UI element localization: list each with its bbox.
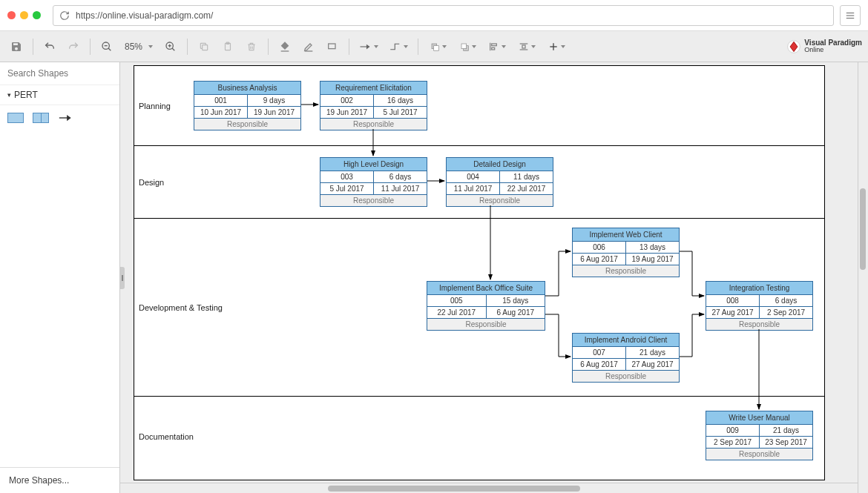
shape-palette [0,105,119,130]
line-color-button[interactable] [298,36,319,57]
task-start: 2 Sep 2017 [706,437,760,449]
horizontal-scroll-thumb[interactable] [328,486,580,492]
pert-task-shape[interactable] [7,113,24,123]
connector-style-button[interactable] [355,36,382,57]
to-back-button[interactable] [454,36,481,57]
lane-label: Development & Testing [139,303,223,312]
task-id: 004 [447,171,500,183]
task-high-level-design[interactable]: High Level Design 0036 days 5 Jul 201711… [320,157,427,207]
reload-icon[interactable] [59,10,70,21]
task-responsible: Responsible [320,195,427,206]
task-duration: 15 days [487,295,545,307]
task-start: 22 Jul 2017 [427,307,487,319]
paste-button[interactable] [217,36,238,57]
fill-color-button[interactable] [274,36,295,57]
separator [90,39,91,55]
pert-task-split-shape[interactable] [33,113,49,123]
vertical-scroll-thumb[interactable] [860,188,866,270]
close-window-icon[interactable] [7,11,16,19]
window-traffic-lights [7,11,41,19]
shadow-button[interactable] [322,36,343,57]
maximize-window-icon[interactable] [33,11,41,19]
add-button[interactable] [543,36,570,57]
delete-button[interactable] [241,36,262,57]
task-business-analysis[interactable]: Business Analysis 0019 days 10 Jun 20171… [194,81,301,130]
to-front-button[interactable] [424,36,451,57]
zoom-in-button[interactable] [160,36,181,57]
task-end: 11 Jul 2017 [374,183,427,195]
task-implement-android-client[interactable]: Implement Android Client 00721 days 6 Au… [572,333,680,383]
separator [418,39,418,55]
task-title: Requirement Elicitation [320,82,427,95]
section-label: PERT [14,90,38,100]
search-shapes[interactable] [0,62,119,85]
task-id: 008 [706,295,760,307]
task-end: 5 Jul 2017 [374,107,427,119]
sidebar-section-pert[interactable]: ▾ PERT [0,85,119,105]
task-requirement-elicitation[interactable]: Requirement Elicitation 00216 days 19 Ju… [320,81,427,130]
svg-rect-14 [305,50,313,51]
task-duration: 21 days [760,425,812,437]
svg-rect-23 [492,47,495,50]
svg-line-9 [172,48,174,50]
canvas[interactable]: Planning Design Development & Testing Do… [120,62,858,483]
task-responsible: Responsible [447,195,553,206]
chevron-down-icon: ▾ [7,91,11,99]
horizontal-scrollbar[interactable] [120,483,858,493]
task-detailed-design[interactable]: Detailed Design 00411 days 11 Jul 201722… [446,157,553,207]
brand-logo-icon [786,39,801,54]
pencil-icon [303,41,315,53]
search-input[interactable] [7,68,119,79]
brand: Visual Paradigm Online [786,39,862,54]
waypoint-style-button[interactable] [385,36,412,57]
trash-icon [246,42,257,52]
task-end: 27 Aug 2017 [626,359,679,371]
task-duration: 11 days [500,171,553,183]
task-title: Implement Back Office Suite [427,282,545,295]
more-shapes-button[interactable]: More Shapes... [0,467,119,493]
zoom-level[interactable]: 85% [120,36,157,57]
brand-bottom: Online [804,47,862,53]
task-end: 19 Aug 2017 [626,254,679,265]
zoom-out-button[interactable] [96,36,117,57]
undo-button[interactable] [39,36,60,57]
vertical-scrollbar[interactable] [858,62,868,493]
url-text: https://online.visual-paradigm.com/ [76,10,213,21]
url-bar[interactable]: https://online.visual-paradigm.com/ [53,5,834,26]
plus-icon [548,41,559,53]
svg-rect-22 [492,44,497,46]
task-id: 003 [320,171,374,183]
distribute-button[interactable] [513,36,540,57]
task-duration: 6 days [760,295,812,307]
elbow-icon [389,42,402,52]
body: ▾ PERT More Shapes... ‖ Planning [0,62,868,493]
task-implement-back-office[interactable]: Implement Back Office Suite 00515 days 2… [427,281,545,331]
task-start: 5 Jul 2017 [320,183,374,195]
task-implement-web-client[interactable]: Implement Web Client 00613 days 6 Aug 20… [572,228,680,277]
browser-chrome: https://online.visual-paradigm.com/ [0,0,868,31]
task-duration: 21 days [626,347,679,359]
task-title: Implement Web Client [573,228,679,242]
svg-rect-10 [203,44,208,50]
save-icon [10,41,22,53]
diagram-paper[interactable]: Planning Design Development & Testing Do… [134,65,825,480]
task-start: 6 Aug 2017 [573,359,626,371]
task-responsible: Responsible [320,119,427,130]
svg-rect-26 [522,45,525,48]
redo-button[interactable] [63,36,84,57]
separator [349,39,349,55]
align-icon [488,41,500,53]
lane-label: Design [139,178,164,187]
minimize-window-icon[interactable] [20,11,28,19]
redo-icon [68,41,79,53]
arrow-shape[interactable] [58,113,74,122]
task-end: 22 Jul 2017 [500,183,553,195]
copy-button[interactable] [194,36,214,57]
task-integration-testing[interactable]: Integration Testing 0086 days 27 Aug 201… [706,281,813,331]
front-icon [429,41,441,53]
task-write-user-manual[interactable]: Write User Manual 00921 days 2 Sep 20172… [706,411,813,460]
browser-menu-button[interactable] [840,5,861,26]
task-id: 009 [706,425,760,437]
align-button[interactable] [484,36,510,57]
save-button[interactable] [6,36,27,57]
